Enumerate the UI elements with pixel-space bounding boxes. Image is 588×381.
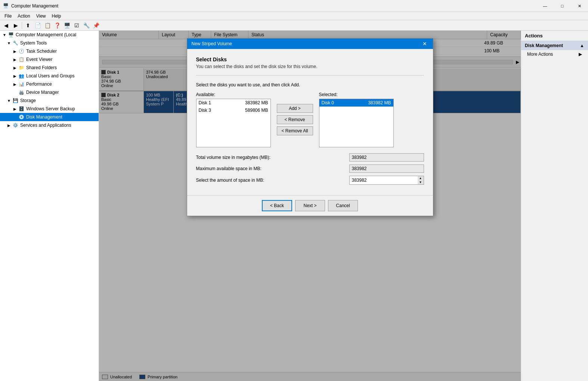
dialog-title-bar: New Striped Volume ✕ xyxy=(187,39,433,49)
right-panel-more-actions[interactable]: More Actions ▶ xyxy=(521,50,588,58)
next-button[interactable]: Next > xyxy=(295,200,325,211)
toolbar-forward[interactable]: ▶ xyxy=(11,21,20,30)
sidebar-task-scheduler[interactable]: ▶ 🕐 Task Scheduler xyxy=(0,47,99,55)
sidebar-device-manager[interactable]: 🖨️ Device Manager xyxy=(0,88,99,96)
space-label: Select the amount of space in MB: xyxy=(196,178,349,183)
sidebar-shared-folders[interactable]: ▶ 📁 Shared Folders xyxy=(0,64,99,72)
available-disk-1[interactable]: Disk 1 383982 MB xyxy=(196,99,270,107)
menu-file[interactable]: File xyxy=(1,13,15,19)
dialog-section-desc: You can select the disks and set the dis… xyxy=(196,64,424,69)
system-tools-expand-icon: ▼ xyxy=(6,41,12,45)
toolbar-check[interactable]: ☑ xyxy=(72,21,81,30)
close-button[interactable]: ✕ xyxy=(571,0,588,12)
max-label: Maximum available space in MB: xyxy=(196,166,349,171)
sidebar-windows-backup[interactable]: ▶ 🗄️ Windows Server Backup xyxy=(0,105,99,113)
remove-all-button[interactable]: < Remove All xyxy=(277,126,313,135)
selected-section: Selected: Disk 0 383982 MB xyxy=(319,92,394,147)
title-bar-controls: — □ ✕ xyxy=(536,0,588,12)
available-listbox[interactable]: Disk 1 383982 MB Disk 3 589806 MB xyxy=(196,99,271,147)
disk-label: Disk Management xyxy=(26,114,97,120)
cancel-button[interactable]: Cancel xyxy=(328,200,358,211)
dialog-footer: < Back Next > Cancel xyxy=(187,195,433,216)
toolbar-help[interactable]: ❓ xyxy=(53,21,62,30)
sel-d0-size: 383982 MB xyxy=(368,100,391,105)
backup-icon: 🗄️ xyxy=(18,105,25,112)
dialog-title: New Striped Volume xyxy=(192,41,232,46)
event-icon: 📋 xyxy=(18,56,25,63)
spinner-down[interactable]: ▼ xyxy=(418,180,424,184)
sidebar-performance[interactable]: ▶ 📊 Performance xyxy=(0,80,99,88)
root-expand-icon: ▼ xyxy=(1,33,7,37)
sidebar-services[interactable]: ▶ ⚙️ Services and Applications xyxy=(0,121,99,129)
sidebar-system-tools[interactable]: ▼ 🔧 System Tools xyxy=(0,39,99,47)
maximize-button[interactable]: □ xyxy=(554,0,571,12)
shared-label: Shared Folders xyxy=(26,65,97,70)
shared-icon: 📁 xyxy=(18,64,25,71)
remove-button[interactable]: < Remove xyxy=(277,115,313,124)
selected-listbox[interactable]: Disk 0 383982 MB xyxy=(319,99,394,147)
toolbar-computer[interactable]: 🖥️ xyxy=(62,21,71,30)
menu-action[interactable]: Action xyxy=(15,13,33,19)
toolbar-show-hide[interactable]: 📄 xyxy=(33,21,42,30)
toolbar-settings[interactable]: 🔧 xyxy=(82,21,91,30)
system-tools-icon: 🔧 xyxy=(12,40,19,46)
right-panel-disk-mgmt[interactable]: Disk Management ▲ xyxy=(521,41,588,50)
total-label: Total volume size in megabytes (MB): xyxy=(196,155,349,160)
toolbar-properties[interactable]: 📋 xyxy=(43,21,52,30)
app-title: Computer Management xyxy=(11,3,585,9)
menu-bar: File Action View Help xyxy=(0,12,588,20)
disk-selection-area: Available: Disk 1 383982 MB Disk 3 58980… xyxy=(196,92,424,147)
users-icon: 👥 xyxy=(18,73,25,79)
shared-expand-icon: ▶ xyxy=(12,66,18,70)
system-tools-label: System Tools xyxy=(20,40,97,46)
sidebar-root[interactable]: ▼ 🖥️ Computer Management (Local xyxy=(0,31,99,39)
dialog-sep-1 xyxy=(196,75,424,76)
space-input-wrapper: ▲ ▼ xyxy=(349,176,424,185)
menu-view[interactable]: View xyxy=(33,13,49,19)
dialog-instruction: Select the disks you want to use, and th… xyxy=(196,82,424,87)
perf-icon: 📊 xyxy=(18,81,25,87)
dialog-body: Select Disks You can select the disks an… xyxy=(187,49,433,195)
storage-label: Storage xyxy=(20,98,97,103)
dev-expand-icon xyxy=(12,90,18,95)
add-button[interactable]: Add > xyxy=(277,104,313,113)
dialog-close-button[interactable]: ✕ xyxy=(421,41,428,47)
minimize-button[interactable]: — xyxy=(536,0,554,12)
avail-d3-name: Disk 3 xyxy=(199,108,211,113)
users-label: Local Users and Groups xyxy=(26,73,97,79)
available-disk-3[interactable]: Disk 3 589806 MB xyxy=(196,107,270,114)
selected-disk-0[interactable]: Disk 0 383982 MB xyxy=(319,99,393,107)
storage-expand-icon: ▼ xyxy=(6,99,12,103)
svc-label: Services and Applications xyxy=(20,123,97,128)
total-size-row: Total volume size in megabytes (MB): 383… xyxy=(196,153,424,162)
root-icon: 🖥️ xyxy=(7,31,14,38)
toolbar-up[interactable]: ⬆ xyxy=(24,21,33,30)
space-input[interactable] xyxy=(349,176,418,185)
sel-d0-name: Disk 0 xyxy=(322,100,334,105)
sidebar-event-viewer[interactable]: ▶ 📋 Event Viewer xyxy=(0,55,99,64)
right-section-arrow: ▲ xyxy=(580,43,584,48)
disk-expand-icon xyxy=(12,115,18,119)
max-value: 383982 xyxy=(349,165,424,173)
backup-expand-icon: ▶ xyxy=(12,107,18,111)
sidebar-disk-management[interactable]: 💿 Disk Management xyxy=(0,113,99,121)
content-area: Volume Layout Type File System Status Ca… xyxy=(99,31,521,381)
toolbar-back[interactable]: ◀ xyxy=(1,21,10,30)
sidebar-local-users[interactable]: ▶ 👥 Local Users and Groups xyxy=(0,72,99,80)
event-label: Event Viewer xyxy=(26,57,97,62)
available-section: Available: Disk 1 383982 MB Disk 3 58980… xyxy=(196,92,271,147)
new-striped-volume-dialog: New Striped Volume ✕ Select Disks You ca… xyxy=(187,38,433,216)
task-expand-icon: ▶ xyxy=(12,49,18,53)
spinner-up[interactable]: ▲ xyxy=(418,176,424,180)
right-panel-title: Actions xyxy=(521,31,588,41)
available-label: Available: xyxy=(196,92,271,97)
storage-icon: 💾 xyxy=(12,97,19,104)
back-button[interactable]: < Back xyxy=(262,200,292,211)
menu-help[interactable]: Help xyxy=(49,13,64,19)
dev-icon: 🖨️ xyxy=(18,89,25,96)
event-expand-icon: ▶ xyxy=(12,58,18,62)
disk-icon: 💿 xyxy=(18,114,25,120)
toolbar-pin[interactable]: 📌 xyxy=(92,21,100,30)
sidebar-storage[interactable]: ▼ 💾 Storage xyxy=(0,96,99,105)
spinner-buttons: ▲ ▼ xyxy=(418,176,424,185)
